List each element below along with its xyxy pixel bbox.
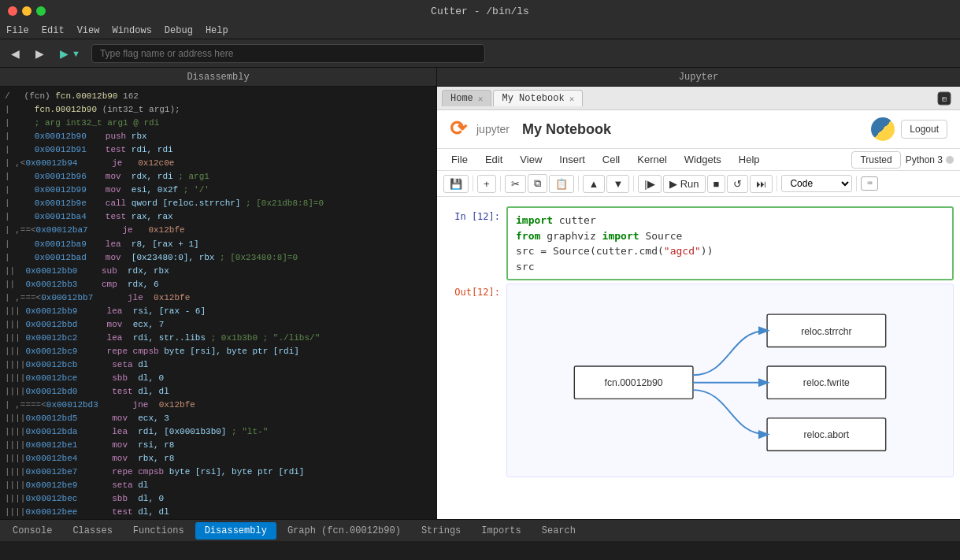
cell-type-select[interactable]: Code Markdown Raw xyxy=(781,175,852,192)
keyboard-shortcut-icon[interactable]: ⌨ xyxy=(861,176,878,191)
tab-imports[interactable]: Imports xyxy=(472,522,530,540)
dis-line: | 0x00012ba9 lea r8, [rax + 1] xyxy=(0,238,436,251)
dis-line: | ,====<0x00012bd3 jne 0x12bfe xyxy=(0,399,436,412)
jupyter-toolbar: 💾 + ✂ ⧉ 📋 ▲ ▼ |▶ ▶Run ■ ↺ ⏭ Code Mar xyxy=(437,171,960,197)
tab-classes[interactable]: Classes xyxy=(63,522,121,540)
stop-kernel-button[interactable]: ■ xyxy=(707,175,726,193)
dis-line: ||||0x00012bd5 mov ecx, 3 xyxy=(0,412,436,425)
back-button[interactable]: ◀ xyxy=(6,46,24,61)
disassembly-content[interactable]: / (fcn) fcn.00012b90 162 | fcn.00012b90 … xyxy=(0,87,436,519)
bottom-tab-bar: Console Classes Functions Disassembly Gr… xyxy=(0,519,960,541)
dis-line: ||| 0x00012bb9 lea rsi, [rax - 6] xyxy=(0,305,436,318)
dis-line: ||||0x00012be7 repe cmpsb byte [rsi], by… xyxy=(0,465,436,479)
move-down-button[interactable]: ▼ xyxy=(606,175,629,193)
node-strrchr-label: reloc.strrchr xyxy=(801,326,852,337)
toolbar-separator xyxy=(500,176,501,191)
dis-line: ||||0x00012bcb seta dl xyxy=(0,358,436,372)
tab-graph[interactable]: Graph (fcn.00012b90) xyxy=(278,522,410,540)
jup-menu-insert[interactable]: Insert xyxy=(551,150,593,169)
tab-search[interactable]: Search xyxy=(532,522,585,540)
dis-line: ||||0x00012bd0 test dl, dl xyxy=(0,385,436,399)
dis-line: ||||0x00012bee test dl, dl xyxy=(0,506,436,519)
toolbar-separator xyxy=(777,176,777,191)
jup-menu-widgets[interactable]: Widgets xyxy=(676,150,729,169)
flag-search-input[interactable] xyxy=(91,44,485,63)
home-tab-close[interactable]: ✕ xyxy=(478,94,484,104)
jupyter-icon: ⊞ xyxy=(936,91,952,106)
restart-run-button[interactable]: ⏭ xyxy=(750,175,773,193)
cell-code-area[interactable]: import cutter from graphviz import Sourc… xyxy=(506,206,954,280)
dis-line: | fcn.00012b90 (int32_t arg1); xyxy=(0,103,436,117)
jupyter-header-label: Jupyter xyxy=(437,68,960,87)
restart-kernel-button[interactable]: ↺ xyxy=(727,175,748,193)
jup-menu-view[interactable]: View xyxy=(512,150,550,169)
window-title: Cutter - /bin/ls xyxy=(431,6,529,17)
run-button[interactable]: ▶ ▼ xyxy=(55,46,85,61)
close-button[interactable] xyxy=(8,6,17,16)
menu-edit[interactable]: Edit xyxy=(42,25,65,36)
add-cell-button[interactable]: + xyxy=(477,175,496,193)
code-line-3: src = Source(cutter.cmd("agcd")) xyxy=(516,243,944,259)
jup-menu-file[interactable]: File xyxy=(443,150,476,169)
dis-line: | 0x00012b9e call qword [reloc.strrchr] … xyxy=(0,197,436,210)
code-content: import cutter from graphviz import Sourc… xyxy=(508,208,952,279)
move-up-button[interactable]: ▲ xyxy=(583,175,606,193)
cell-output: Out[12]: fcn.00012b90 reloc.strrchr xyxy=(443,282,954,484)
svg-text:⊞: ⊞ xyxy=(942,95,947,104)
menu-windows[interactable]: Windows xyxy=(112,25,151,36)
titlebar: Cutter - /bin/ls xyxy=(0,0,960,22)
code-cell: In [12]: import cutter from graphviz imp… xyxy=(443,205,954,282)
disassembly-header: Disassembly xyxy=(0,68,436,87)
tab-home[interactable]: Home ✕ xyxy=(442,90,491,106)
dis-line: ||| 0x00012bc2 lea rdi, str..libs ; 0x1b… xyxy=(0,332,436,345)
forward-button[interactable]: ▶ xyxy=(31,46,49,61)
menu-file[interactable]: File xyxy=(6,25,29,36)
copy-cell-button[interactable]: ⧉ xyxy=(528,174,547,193)
maximize-button[interactable] xyxy=(36,6,46,16)
toolbar-separator xyxy=(473,176,473,191)
cell-in-label: In [12]: xyxy=(443,206,506,280)
jupyter-cells-area[interactable]: In [12]: import cutter from graphviz imp… xyxy=(437,197,960,519)
menu-help[interactable]: Help xyxy=(206,25,228,36)
minimize-button[interactable] xyxy=(22,6,32,16)
jup-menu-help[interactable]: Help xyxy=(731,150,768,169)
call-graph-svg: fcn.00012b90 reloc.strrchr reloc.fwrite … xyxy=(515,292,945,465)
toolbar-separator xyxy=(578,176,579,191)
run-cell-button[interactable]: ▶Run xyxy=(663,175,706,193)
dis-line: || 0x00012bb3 cmp rdx, 6 xyxy=(0,278,436,291)
run-step-button[interactable]: |▶ xyxy=(638,175,661,193)
logout-button[interactable]: Logout xyxy=(901,120,947,139)
code-line-1: import cutter xyxy=(516,213,944,228)
node-fcn-label: fcn.00012b90 xyxy=(605,377,663,388)
menu-debug[interactable]: Debug xyxy=(165,25,193,36)
menu-view[interactable]: View xyxy=(77,25,100,36)
notebook-tab-close[interactable]: ✕ xyxy=(569,94,575,104)
dis-line: ||||0x00012be9 seta dl xyxy=(0,479,436,492)
dis-line: ||||0x00012bce sbb dl, 0 xyxy=(0,372,436,385)
jup-menu-cell[interactable]: Cell xyxy=(595,150,628,169)
tab-console[interactable]: Console xyxy=(3,522,61,540)
tab-disassembly[interactable]: Disassembly xyxy=(195,522,276,540)
home-tab-label: Home xyxy=(450,93,473,104)
dis-line: | ,<0x00012b94 je 0x12c0e xyxy=(0,157,436,170)
python-version-label: Python 3 xyxy=(906,154,954,165)
cell-out-label: Out[12]: xyxy=(443,284,506,477)
jupyter-app-header: ⟳ jupyter My Notebook Logout xyxy=(437,110,960,149)
dis-line: | 0x00012bad mov [0x23480:0], rbx ; [0x2… xyxy=(0,251,436,265)
paste-cell-button[interactable]: 📋 xyxy=(549,175,574,193)
menubar: File Edit View Windows Debug Help xyxy=(0,22,960,39)
kernel-status-dot xyxy=(946,156,954,164)
save-notebook-button[interactable]: 💾 xyxy=(443,175,469,193)
dis-line: ||| 0x00012bbd mov ecx, 7 xyxy=(0,318,436,332)
tab-strings[interactable]: Strings xyxy=(412,522,470,540)
jup-menu-kernel[interactable]: Kernel xyxy=(629,150,675,169)
jup-menu-edit[interactable]: Edit xyxy=(477,150,510,169)
dis-line: ||||0x00012bda lea rdi, [0x0001b3b0] ; "… xyxy=(0,425,436,439)
trusted-button[interactable]: Trusted xyxy=(851,151,900,169)
jupyter-tab-bar: Home ✕ My Notebook ✕ ⊞ xyxy=(437,87,960,110)
notebook-title[interactable]: My Notebook xyxy=(522,121,611,138)
cut-cell-button[interactable]: ✂ xyxy=(505,175,526,193)
dis-line: / (fcn) fcn.00012b90 162 xyxy=(0,90,436,103)
tab-functions[interactable]: Functions xyxy=(124,522,194,540)
tab-notebook[interactable]: My Notebook ✕ xyxy=(493,90,583,106)
